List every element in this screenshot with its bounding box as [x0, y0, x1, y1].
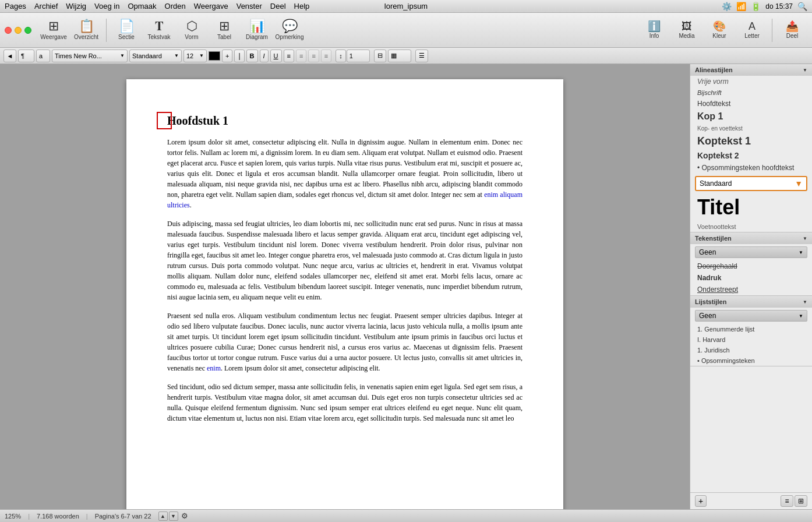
- page-content: Hoofdstuk 1 Lorem ipsum dolor sit amet, …: [126, 79, 563, 509]
- columns-select[interactable]: ▦: [388, 50, 411, 62]
- list-style-genummerd[interactable]: 1. Genummerde lijst: [690, 324, 812, 334]
- info-icon: ℹ️: [648, 21, 661, 31]
- bold-btn[interactable]: B: [246, 50, 258, 62]
- vorm-button[interactable]: ⬡ Vorm: [176, 15, 207, 45]
- style-koptekst1[interactable]: Koptekst 1: [690, 133, 812, 149]
- style-bijschrift[interactable]: Bijschrift: [690, 87, 812, 98]
- back-btn[interactable]: ◄: [3, 50, 16, 62]
- page-info: Pagina's 6-7 van 22: [95, 513, 151, 520]
- sectie-button[interactable]: 📄 Sectie: [111, 15, 142, 45]
- geen-chevron-icon: ▼: [799, 250, 803, 255]
- font-select[interactable]: Times New Ro... ▼: [52, 50, 128, 62]
- para-style-select[interactable]: ¶: [18, 50, 34, 62]
- lijststijlen-title: Lijststijlen: [695, 298, 726, 305]
- kleur-icon: 🎨: [713, 21, 726, 31]
- info-button[interactable]: ℹ️ Info: [639, 15, 669, 45]
- letter-button[interactable]: A Letter: [737, 15, 767, 45]
- char-style-geen[interactable]: Geen ▼: [695, 246, 807, 258]
- close-window-btn[interactable]: [5, 27, 12, 34]
- grid-view-btn[interactable]: ⊞: [795, 495, 807, 507]
- menu-pages[interactable]: Pages: [5, 2, 26, 10]
- list-style-juridisch[interactable]: 1. Juridisch: [690, 345, 812, 355]
- panel-spacer: [690, 366, 812, 492]
- line-spacing-btn[interactable]: ↕: [336, 50, 346, 62]
- main-content: Hoofdstuk 1 Lorem ipsum dolor sit amet, …: [0, 64, 812, 509]
- style-koptekst2[interactable]: Koptekst 2: [690, 149, 812, 162]
- list-style-geen[interactable]: Geen ▼: [695, 310, 807, 322]
- style-kop1[interactable]: Kop 1: [690, 110, 812, 124]
- weergave-icon: ⊞: [48, 20, 59, 33]
- increase-size-btn[interactable]: +: [222, 50, 232, 62]
- tekstvak-button[interactable]: 𝐓 Tekstvak: [144, 15, 174, 45]
- font-size: 12: [186, 52, 193, 59]
- list-btn[interactable]: ☰: [415, 50, 428, 62]
- add-style-button[interactable]: +: [695, 495, 707, 507]
- vorm-label: Vorm: [185, 34, 198, 40]
- menu-voeg-in[interactable]: Voeg in: [94, 2, 119, 10]
- media-button[interactable]: 🖼 Media: [672, 15, 702, 45]
- clock: do 15:37: [765, 2, 793, 10]
- char-style-nadruk[interactable]: Nadruk: [690, 272, 812, 284]
- underline-btn[interactable]: U: [270, 50, 282, 62]
- nav-settings-btn[interactable]: ⚙: [179, 511, 190, 521]
- align-center-btn[interactable]: ≡: [296, 50, 306, 62]
- document-area[interactable]: Hoofdstuk 1 Lorem ipsum dolor sit amet, …: [0, 64, 690, 509]
- deel-button[interactable]: 📤 Deel: [777, 15, 807, 45]
- overzicht-button[interactable]: 📋 Overzicht: [71, 15, 101, 45]
- style-hoofdtekst[interactable]: Hoofdtekst: [690, 98, 812, 110]
- char-style-doorgehaald[interactable]: Doorgehaald: [690, 260, 812, 272]
- statusbar: 125% | 7.168 woorden | Pagina's 6-7 van …: [0, 509, 812, 522]
- minimize-window-btn[interactable]: [15, 27, 22, 34]
- style-voetnoottekst[interactable]: Voetnoottekst: [690, 221, 812, 232]
- chapter-heading-text: Hoofdstuk 1: [167, 114, 228, 127]
- line-spacing-select[interactable]: 1: [347, 50, 370, 62]
- tabel-label: Tabel: [217, 34, 231, 40]
- standaard-dropdown[interactable]: Standaard ▼: [695, 176, 807, 191]
- media-icon: 🖼: [682, 21, 692, 31]
- menu-venster[interactable]: Venster: [236, 2, 262, 10]
- style-titel[interactable]: Titel: [690, 193, 812, 221]
- letter-label: Letter: [744, 33, 760, 39]
- align-left-btn[interactable]: ≡: [284, 50, 294, 62]
- standaard-chevron-icon: ▼: [795, 179, 803, 188]
- italic-btn[interactable]: I: [260, 50, 269, 62]
- style-vrije-vorm[interactable]: Vrije vorm: [690, 76, 812, 87]
- style-chevron-icon: ▼: [174, 53, 179, 58]
- menu-orden[interactable]: Orden: [165, 2, 186, 10]
- deel-icon: 📤: [786, 21, 799, 31]
- tabel-button[interactable]: ⊞ Tabel: [209, 15, 239, 45]
- style-opsommingsteken[interactable]: • Opsommingsteken hoofdtekst: [690, 162, 812, 174]
- align-right-btn[interactable]: ≡: [308, 50, 319, 62]
- tekstvak-icon: 𝐓: [155, 20, 164, 33]
- menu-deel[interactable]: Deel: [270, 2, 286, 10]
- opmerking-button[interactable]: 💬 Opmerking: [274, 15, 305, 45]
- nav-up-btn[interactable]: ▲: [158, 512, 168, 521]
- list-style-harvard[interactable]: I. Harvard: [690, 334, 812, 345]
- list-style-select[interactable]: a: [36, 50, 50, 62]
- menu-opmaak[interactable]: Opmaak: [128, 2, 156, 10]
- align-justify-btn[interactable]: ≡: [321, 50, 331, 62]
- tekenstijlen-header: Tekenstijlen ▼: [690, 232, 812, 244]
- font-style-select[interactable]: Standaard ▼: [129, 50, 182, 62]
- maximize-window-btn[interactable]: [24, 27, 31, 34]
- char-style-onderstreept[interactable]: Onderstreept: [690, 284, 812, 295]
- paragraph-2: Duis adipiscing, massa sed feugiat ultri…: [167, 218, 522, 302]
- diagram-button[interactable]: 📊 Diagram: [242, 15, 272, 45]
- list-style-opsommingsteken[interactable]: • Opsommingsteken: [690, 355, 812, 366]
- opmerking-label: Opmerking: [276, 34, 304, 40]
- menu-archief[interactable]: Archief: [34, 2, 58, 10]
- style-kop-voettekst[interactable]: Kop- en voettekst: [690, 124, 812, 133]
- menu-wijzig[interactable]: Wijzig: [66, 2, 86, 10]
- font-size-select[interactable]: 12 ▼: [183, 50, 207, 62]
- columns-btn[interactable]: ⊟: [374, 50, 386, 62]
- menu-help[interactable]: Help: [294, 2, 310, 10]
- menubar: Pages Archief Wijzig Voeg in Opmaak Orde…: [0, 0, 812, 13]
- font-color-box[interactable]: [209, 51, 220, 61]
- list-view-btn[interactable]: ≡: [781, 495, 793, 507]
- menu-weergave[interactable]: Weergave: [194, 2, 228, 10]
- kleur-button[interactable]: 🎨 Kleur: [704, 15, 735, 45]
- weergave-button[interactable]: ⊞ Weergave: [38, 15, 69, 45]
- nav-down-btn[interactable]: ▼: [169, 512, 178, 521]
- letter-icon: A: [749, 21, 755, 31]
- tekenstijlen-section: Tekenstijlen ▼ Geen ▼ Doorgehaald Nadruk…: [690, 232, 812, 296]
